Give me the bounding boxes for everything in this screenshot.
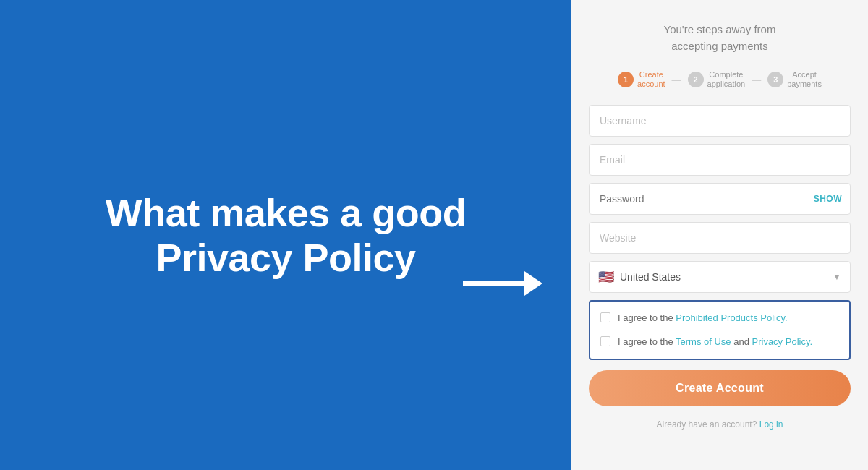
- left-panel: What makes a good Privacy Policy: [0, 0, 571, 470]
- agreement-row-2: I agree to the Terms of Use and Privacy …: [600, 336, 839, 349]
- country-flag: 🇺🇸: [598, 269, 614, 285]
- tagline: You're steps away from accepting payment…: [664, 22, 776, 54]
- chevron-down-icon: ▼: [833, 272, 841, 282]
- country-select[interactable]: United States: [620, 271, 833, 283]
- left-content: What makes a good Privacy Policy: [62, 190, 510, 280]
- terms-policy-text: I agree to the Terms of Use and Privacy …: [618, 336, 812, 349]
- terms-of-use-link[interactable]: Terms of Use: [676, 336, 731, 347]
- step-3: 3 Acceptpayments: [767, 70, 822, 89]
- step-label-3: Acceptpayments: [787, 70, 822, 89]
- country-select-wrapper[interactable]: 🇺🇸 United States ▼: [589, 261, 851, 293]
- show-password-button[interactable]: SHOW: [814, 194, 842, 204]
- right-panel: You're steps away from accepting payment…: [571, 0, 868, 470]
- svg-marker-1: [524, 271, 542, 296]
- agreement-box: I agree to the Prohibited Products Polic…: [589, 300, 851, 359]
- login-link[interactable]: Log in: [760, 419, 783, 430]
- signup-form: SHOW 🇺🇸 United States ▼ I agree to the P…: [589, 105, 851, 429]
- arrow-icon: [463, 264, 542, 304]
- agreement-row-1: I agree to the Prohibited Products Polic…: [600, 312, 839, 325]
- login-text: Already have an account? Log in: [589, 419, 851, 430]
- prohibited-policy-checkbox[interactable]: [600, 312, 610, 322]
- step-label-1: Createaccount: [637, 70, 665, 89]
- create-account-button[interactable]: Create Account: [589, 370, 851, 406]
- privacy-policy-link[interactable]: Privacy Policy.: [752, 336, 813, 347]
- step-circle-3: 3: [767, 72, 783, 87]
- main-headline: What makes a good Privacy Policy: [106, 190, 467, 280]
- step-circle-2: 2: [688, 72, 704, 87]
- step-dash-2: —: [752, 74, 761, 85]
- step-label-2: Completeapplication: [707, 70, 746, 89]
- step-2: 2 Completeapplication: [688, 70, 746, 89]
- arrow-container: [463, 264, 542, 304]
- step-dash-1: —: [672, 74, 681, 85]
- username-input[interactable]: [589, 105, 851, 137]
- website-input[interactable]: [589, 222, 851, 254]
- terms-policy-checkbox[interactable]: [600, 336, 610, 346]
- step-circle-1: 1: [618, 72, 634, 87]
- steps-container: 1 Createaccount — 2 Completeapplication …: [589, 70, 851, 89]
- prohibited-policy-text: I agree to the Prohibited Products Polic…: [618, 312, 788, 325]
- password-wrapper: SHOW: [589, 183, 851, 215]
- password-input[interactable]: [589, 183, 851, 215]
- prohibited-policy-link[interactable]: Prohibited Products Policy.: [676, 312, 787, 323]
- step-1: 1 Createaccount: [618, 70, 665, 89]
- email-input[interactable]: [589, 144, 851, 176]
